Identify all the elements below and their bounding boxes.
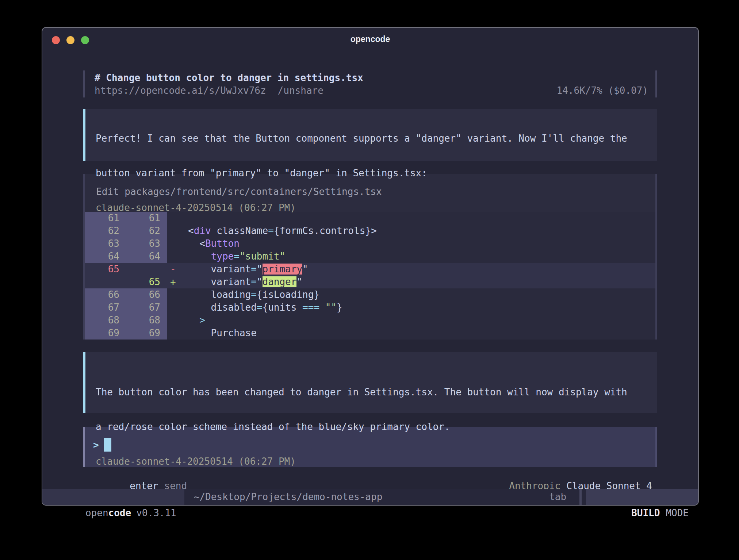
new-line-number: 69 [126, 327, 167, 340]
diff-sign: - [167, 263, 179, 276]
diff-sign: + [167, 276, 179, 288]
old-line-number: 66 [85, 288, 126, 301]
code-token: variant [188, 264, 251, 275]
new-line-number: 63 [126, 237, 167, 250]
code-token: div [194, 225, 211, 236]
statusbar-divider [579, 489, 582, 505]
old-line-number: 61 [85, 212, 126, 225]
code-token [188, 315, 199, 326]
prompt-caret: > [93, 440, 99, 450]
old-line-number: 64 [85, 250, 126, 263]
code-line: variant="danger" [179, 276, 655, 288]
code-token [188, 251, 211, 262]
old-line-number [85, 276, 126, 288]
diff-sign [167, 212, 179, 225]
code-line: disabled={units === ""} [179, 301, 655, 314]
code-token: variant [188, 276, 251, 287]
code-token: < [188, 238, 205, 249]
code-token: {units [263, 302, 303, 313]
edit-file-path: Edit packages/frontend/src/containers/Se… [85, 185, 655, 198]
code-token: {isLoading} [257, 289, 319, 300]
message-text: Perfect! I can see that the Button compo… [96, 132, 650, 145]
diff-sign [167, 225, 179, 237]
code-token: = [251, 276, 257, 287]
code-line: variant="primary" [179, 263, 655, 276]
code-line: loading={isLoading} [179, 288, 655, 301]
diff-row: 6868 > [85, 314, 655, 327]
mode-secondary: MODE [666, 507, 689, 518]
code-token: danger [263, 276, 297, 287]
code-token: Button [205, 238, 240, 249]
code-line: > [179, 314, 655, 327]
mode-primary: BUILD [631, 507, 660, 518]
code-token [319, 302, 325, 313]
code-token: primary [263, 264, 303, 275]
diff-row: 65- variant="primary" [85, 263, 655, 276]
code-token: === [302, 302, 319, 313]
new-line-number: 65 [126, 276, 167, 288]
old-line-number: 67 [85, 301, 126, 314]
window-title: opencode [42, 34, 698, 44]
code-token: "submit" [240, 251, 285, 262]
diff-row: 6464 type="submit" [85, 250, 655, 263]
code-token: = [234, 251, 240, 262]
working-directory: ~/Desktop/Projects/demo-notes-app [194, 489, 383, 505]
new-line-number: 61 [126, 212, 167, 225]
new-line-number: 66 [126, 288, 167, 301]
diff-row: 6666 loading={isLoading} [85, 288, 655, 301]
diff-sign [167, 301, 179, 314]
code-token: type [211, 251, 234, 262]
new-line-number: 64 [126, 250, 167, 263]
diff-row: 6363 <Button [85, 237, 655, 250]
app-version-chip: opencodev0.3.11 [42, 489, 184, 505]
new-line-number [126, 263, 167, 276]
diff-row: 6161 [85, 212, 655, 225]
new-line-number: 68 [126, 314, 167, 327]
diff-view: 61616262<div className={formCs.controls}… [85, 212, 655, 340]
code-token: = [268, 225, 274, 236]
code-token: loading [188, 289, 251, 300]
diff-sign [167, 327, 179, 340]
code-line: <div className={formCs.controls}> [179, 225, 655, 237]
code-token: > [199, 315, 205, 326]
code-line [179, 212, 655, 225]
code-line: type="submit" [179, 250, 655, 263]
text-cursor [104, 438, 111, 452]
edit-tool-card: Edit packages/frontend/src/containers/Se… [83, 174, 657, 340]
code-token: " [296, 276, 302, 287]
code-token: = [251, 289, 257, 300]
assistant-message: Perfect! I can see that the Button compo… [83, 109, 657, 161]
message-text: The button color has been changed to dan… [96, 386, 650, 399]
app-name-open: open [85, 507, 108, 518]
status-bar: opencodev0.3.11 ~/Desktop/Projects/demo-… [42, 489, 698, 505]
titlebar: opencode [42, 28, 698, 53]
diff-sign [167, 237, 179, 250]
code-line: <Button [179, 237, 655, 250]
diff-row: 6767 disabled={units === ""} [85, 301, 655, 314]
unshare-command[interactable]: /unshare [278, 84, 323, 97]
diff-row: 6262<div className={formCs.controls}> [85, 225, 655, 237]
old-line-number: 69 [85, 327, 126, 340]
code-token: = [257, 302, 263, 313]
diff-row: 65+ variant="danger" [85, 276, 655, 288]
new-line-number: 62 [126, 225, 167, 237]
app-name-code: code [108, 507, 131, 518]
diff-sign [167, 288, 179, 301]
session-header: # Change button color to danger in setti… [83, 70, 657, 97]
session-title: # Change button color to danger in setti… [95, 71, 648, 84]
code-token: "" [325, 302, 337, 313]
code-token: } [337, 302, 342, 313]
code-token: = [251, 264, 257, 275]
code-token: " [302, 264, 308, 275]
code-token: {formCs.controls}> [274, 225, 377, 236]
mode-toggle-chip[interactable]: BUILDMODE [586, 489, 698, 505]
old-line-number: 65 [85, 263, 126, 276]
code-token: < [188, 225, 194, 236]
share-url-link[interactable]: https://opencode.ai/s/UwJxv76z [95, 84, 266, 97]
code-line: Purchase [179, 327, 655, 340]
code-token: " [257, 276, 263, 287]
code-token: className [211, 225, 268, 236]
opencode-window: opencode # Change button color to danger… [42, 27, 699, 506]
diff-row: 6969 Purchase [85, 327, 655, 340]
token-usage-badge: 14.6K/7% ($0.07) [557, 84, 648, 97]
